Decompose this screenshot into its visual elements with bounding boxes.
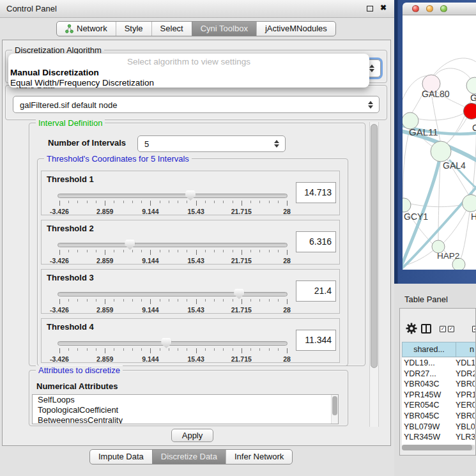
node-top-right[interactable] [466,77,476,94]
dropdown-option-manual-discretization[interactable]: Manual Discretization [10,68,99,77]
slider-handle[interactable] [125,240,135,250]
close-traffic-light-icon[interactable] [412,5,419,12]
minimize-traffic-light-icon[interactable] [426,5,433,12]
slider-track[interactable] [58,243,288,247]
dropdown-placeholder-option[interactable]: Select algorithm to view settings [8,57,369,66]
cell-shared-name: YBR043C [404,380,440,388]
threshold-slider[interactable]: -3.4262.8599.14415.4321.71528 [58,338,289,364]
checkbox-icon[interactable]: ✓ [448,326,454,332]
float-window-icon[interactable] [367,6,373,12]
node-label-c-partial: C [472,123,476,133]
algorithm-dropdown-popup: Select algorithm to view settings Manual… [8,54,369,88]
tab-infer-network[interactable]: Infer Network [226,450,292,464]
slider-track[interactable] [58,194,288,198]
zoom-traffic-light-icon[interactable] [440,5,447,12]
cell-name: YBR0 [456,380,475,388]
tab-select[interactable]: Select [151,22,192,36]
threshold-slider[interactable]: -3.4262.8599.14415.4321.71528 [58,190,289,216]
node-gal4[interactable] [431,141,451,162]
tab-impute-data[interactable]: Impute Data [90,450,152,464]
tab-jactivemnodules[interactable]: jActiveMNodules [256,22,335,36]
slider-track[interactable] [58,292,288,296]
table-rows[interactable]: YDL19...YDL1YDR27...YDR2YBR043CYBR0YPR14… [402,358,475,445]
threshold-slider[interactable]: -3.4262.8599.14415.4321.71528 [58,240,289,265]
attribute-list-item[interactable]: BetweennessCentrality [33,415,338,424]
attributes-scrollbar[interactable] [331,395,338,424]
tab-network[interactable]: Network [57,22,116,36]
table-row[interactable]: YLR345WYLR3 [402,432,475,443]
settings-scrollbar[interactable] [369,122,379,427]
column-header-name[interactable]: n [456,342,476,357]
cell-name: YBL0 [456,422,475,431]
table-row[interactable]: YBR045CYBR0 [402,411,475,422]
tab-jactivemnodules-label: jActiveMNodules [265,22,327,36]
table-row[interactable]: YDL19...YDL1 [402,358,475,369]
tab-select-label: Select [160,22,183,36]
table-data-value: galFiltered.sif default node [20,100,117,109]
network-icon [65,24,73,33]
slider-scale-label: 15.43 [182,306,210,314]
control-panel: Control Panel ✖ Network Style Select [0,0,394,476]
attribute-list-item[interactable]: TopologicalCoefficient [33,405,338,415]
gear-icon[interactable] [406,323,417,334]
slider-scale-label: 15.43 [182,257,210,265]
tab-network-label: Network [77,22,107,36]
close-icon[interactable]: ✖ [380,3,387,12]
slider-handle[interactable] [161,338,171,348]
network-canvas[interactable]: GAL80 G C GAL11 GAL4 GCY1 H HAP2 [403,15,476,270]
slider-scale-label: 15.43 [182,355,210,363]
tab-style[interactable]: Style [116,22,151,36]
table-data-combo[interactable]: galFiltered.sif default node [13,96,380,113]
numerical-attributes-list[interactable]: SelfLoopsTopologicalCoefficientBetweenne… [32,394,339,424]
tab-discretize-data[interactable]: Discretize Data [152,450,226,464]
node-label-g-partial: G [470,93,476,103]
column-header-shared-name[interactable]: shared... [402,342,456,357]
table-row[interactable]: YDR27...YDR2 [402,369,475,380]
slider-handle[interactable] [185,190,196,201]
threshold-value-field[interactable]: 6.316 [296,231,336,252]
node-gcy1[interactable] [403,198,411,212]
cell-name: YPR1 [456,390,475,399]
node-red-selected[interactable] [464,104,476,119]
threshold-value-field[interactable]: 11.344 [296,330,336,351]
slider-track[interactable] [58,341,288,346]
cell-name: YLR3 [456,433,475,441]
slider-scale-label: -3.426 [45,306,73,314]
settings-scrollbar-thumb[interactable] [371,124,378,368]
slider-scale-label: 15.43 [182,208,210,215]
node-h[interactable] [463,195,476,212]
dropdown-option-equal-width[interactable]: Equal Width/Frequency Discretization [10,78,154,88]
node-label-gal4: GAL4 [443,160,466,171]
slider-scale-label: 2.859 [91,306,119,314]
attribute-list-item[interactable]: SelfLoops [33,395,338,405]
cell-shared-name: YBL079W [404,422,440,431]
slider-scale-label: 21.715 [227,257,256,265]
apply-button[interactable]: Apply [171,429,213,442]
table-row[interactable]: YER054CYER0 [402,400,475,411]
cell-name: YER0 [456,401,475,410]
threshold-label: Threshold 2 [47,224,94,233]
table-row[interactable]: YBL079WYBL0 [402,422,475,433]
top-tab-bar: Network Style Select Cyni Toolbox jActiv… [56,21,336,36]
threshold-value-field[interactable]: 14.713 [296,182,336,203]
table-row[interactable]: YPR145WYPR1 [402,390,475,401]
combo-stepper-icon [369,65,374,72]
tab-cyni-toolbox[interactable]: Cyni Toolbox [192,22,256,36]
split-columns-icon[interactable] [421,324,431,334]
slider-scale: -3.4262.8599.14415.4321.71528 [59,306,287,314]
attributes-scrollbar-thumb[interactable] [332,396,337,415]
table-hscrollbar[interactable] [402,445,475,450]
cell-name: YBR0 [456,411,475,420]
number-of-intervals-spinner[interactable]: 5 [137,135,286,152]
table-hscrollbar-thumb[interactable] [402,445,472,450]
slider-scale-label: 9.144 [136,306,164,314]
table-row[interactable]: YBR043CYBR0 [402,379,475,390]
checkbox-icon-partial[interactable]: ✓ [472,326,476,332]
threshold-value-field[interactable]: 21.4 [296,280,336,302]
slider-handle[interactable] [234,289,244,299]
threshold-slider[interactable]: -3.4262.8599.14415.4321.71528 [58,289,289,314]
slider-major-ticks [59,201,288,206]
node-table: ✓ ✓ ✓ shared... n YDL19...YDL1YDR27...YD… [399,308,476,456]
checkbox-icon[interactable]: ✓ [440,326,446,332]
node-label-gal80: GAL80 [422,89,450,99]
